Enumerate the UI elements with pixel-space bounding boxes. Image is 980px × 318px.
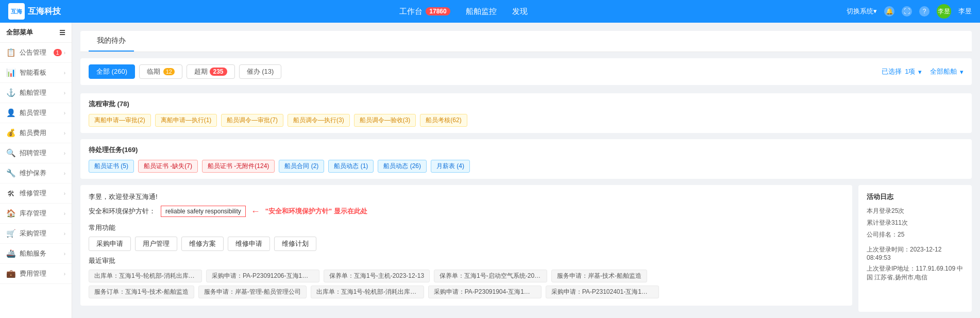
pending-tasks-section: 待处理任务(169) 船员证书 (5)船员证书 -缺失(7)船员证书 -无附件(… <box>80 139 972 179</box>
sidebar-item-9[interactable]: 🛒 采购管理 › <box>0 224 72 244</box>
sidebar-arrow-2: › <box>64 90 65 96</box>
sidebar-label-1: 智能看板 <box>20 68 64 77</box>
sidebar-item-11[interactable]: 💼 费用管理 › <box>0 264 72 284</box>
pending-tag-5[interactable]: 船员动态 (26) <box>378 160 427 173</box>
activity-row-4: 上次登录时间：2023-12-12 08:49:53 <box>867 245 964 261</box>
help-icon[interactable]: ? <box>919 6 930 16</box>
workbench-btn[interactable]: 工作台 17860 <box>399 7 450 16</box>
pending-tag-3[interactable]: 船员合同 (2) <box>279 160 324 173</box>
sidebar-label-2: 船舶管理 <box>20 88 64 97</box>
content-main: 李昱，欢迎登录互海通! 安全和环境保护方针： reliable safety r… <box>80 185 852 312</box>
sidebar-item-8[interactable]: 🏠 库存管理 › <box>0 204 72 224</box>
recent-tag-0-4[interactable]: 服务申请：岸基-技术-船舶监造 <box>551 270 647 282</box>
activity-row-2: 公司排名：25 <box>867 230 964 239</box>
sidebar-icon-7: 🛠 <box>6 189 15 198</box>
logo-icon: 互海 <box>11 8 22 15</box>
pending-tasks-tags: 船员证书 (5)船员证书 -缺失(7)船员证书 -无附件(124)船员合同 (2… <box>89 160 964 173</box>
filter-all-count: 260 <box>114 68 125 75</box>
func-btn-3[interactable]: 维修申请 <box>228 237 270 251</box>
pending-tasks-title: 待处理任务(169) <box>89 145 964 155</box>
sidebar-label-8: 库存管理 <box>20 209 64 218</box>
activity-row-5: 上次登录IP地址：117.91.69.109 中国 江苏省,扬州市,电信 <box>867 264 964 282</box>
process-tag-3[interactable]: 船员调令—执行(3) <box>288 114 350 127</box>
switch-system-btn[interactable]: 切换系统▾ <box>847 7 877 16</box>
sidebar-item-6[interactable]: 🔧 维护保养 › <box>0 163 72 183</box>
logo: 互海 互海科技 <box>8 3 80 20</box>
sidebar-item-3[interactable]: 👤 船员管理 › <box>0 103 72 123</box>
filter-right: 已选择 1项 ▾ 全部船舶 ▾ <box>882 67 964 76</box>
filter-overdue-btn[interactable]: 临期 12 <box>139 64 182 79</box>
discover-btn[interactable]: 发现 <box>512 7 528 16</box>
selected-count[interactable]: 1项 <box>905 67 915 76</box>
safety-policy-label: 安全和环境保护方针： <box>89 207 156 216</box>
workbench-label: 工作台 <box>399 7 423 16</box>
sidebar-arrow-11: › <box>64 271 65 277</box>
filter-all-btn[interactable]: 全部 (260) <box>89 64 135 79</box>
process-tag-4[interactable]: 船员调令—验收(3) <box>354 114 416 127</box>
func-btn-4[interactable]: 维修计划 <box>274 237 316 251</box>
all-ship-label[interactable]: 全部船舶 <box>930 67 957 76</box>
activity-rows: 本月登录25次累计登录311次公司排名：25上次登录时间：2023-12-12 … <box>867 207 964 282</box>
red-annotation: "安全和环境保护方针" 显示在此处 <box>265 207 367 216</box>
sidebar-item-7[interactable]: 🛠 维修管理 › <box>0 183 72 204</box>
selected-label: 已选择 <box>882 67 902 76</box>
common-func-btns: 采购申请用户管理维修方案维修申请维修计划 <box>89 237 844 251</box>
sidebar-item-2[interactable]: ⚓ 船舶管理 › <box>0 83 72 103</box>
recent-tag-1-1[interactable]: 服务申请：岸基-管理-船员管理公司 <box>198 286 307 298</box>
recent-tag-0-2[interactable]: 保养单：互海1号-主机-2023-12-13 <box>324 270 430 282</box>
process-tag-0[interactable]: 离船申请—审批(2) <box>89 114 151 127</box>
activity-row-1: 累计登录311次 <box>867 219 964 227</box>
recent-tag-1-3[interactable]: 采购申请：PA-P23091904-互海1号-甲板... <box>428 286 542 298</box>
sidebar-arrow-1: › <box>64 70 65 76</box>
recent-tag-1-4[interactable]: 采购申请：PA-P23102401-互海1号-轮机... <box>546 286 659 298</box>
recent-tag-0-0[interactable]: 出库单：互海1号-轮机部-消耗出库-备件(2) <box>89 270 202 282</box>
pending-tag-6[interactable]: 月薪表 (4) <box>431 160 470 173</box>
sidebar-item-10[interactable]: 🚢 船舶服务 › <box>0 244 72 264</box>
activity-log-title: 活动日志 <box>867 192 964 202</box>
sidebar-collapse-icon[interactable]: ☰ <box>59 29 65 37</box>
sidebar-icon-1: 📊 <box>6 68 15 77</box>
page-tab-todo[interactable]: 我的待办 <box>89 31 134 52</box>
sidebar-icon-10: 🚢 <box>6 249 15 258</box>
filter-expired-btn[interactable]: 超期 235 <box>187 64 235 79</box>
func-btn-1[interactable]: 用户管理 <box>135 237 177 251</box>
sidebar-item-1[interactable]: 📊 智能看板 › <box>0 63 72 83</box>
fullscreen-icon[interactable]: ⛶ <box>902 6 912 16</box>
recent-tag-1-0[interactable]: 服务订单：互海1号-技术-船舶监造 <box>89 286 194 298</box>
recent-tag-0-1[interactable]: 采购申请：PA-P23091206-互海1号-轮机... <box>206 270 319 282</box>
sidebar-header: 全部菜单 ☰ <box>0 23 72 43</box>
chevron-down-icon[interactable]: ▾ <box>918 68 922 76</box>
process-tag-2[interactable]: 船员调令—审批(7) <box>221 114 283 127</box>
pending-tag-1[interactable]: 船员证书 -缺失(7) <box>138 160 198 173</box>
pending-tag-4[interactable]: 船员动态 (1) <box>328 160 374 173</box>
sidebar-item-0[interactable]: 📋 公告管理 1 › <box>0 43 72 63</box>
filter-bar: 全部 (260) 临期 12 超期 235 催办 (13) 已选择 1项 <box>80 58 972 85</box>
sidebar-label-0: 公告管理 <box>20 48 54 57</box>
sidebar-label-7: 维修管理 <box>20 189 64 198</box>
sidebar-item-4[interactable]: 💰 船员费用 › <box>0 123 72 143</box>
recent-tag-0-3[interactable]: 保养单：互海1号-启动空气系统-2023-12-0... <box>434 270 547 282</box>
pending-tag-0[interactable]: 船员证书 (5) <box>89 160 134 173</box>
recent-title: 最近审批 <box>89 256 844 265</box>
avatar[interactable]: 李昱 <box>937 4 951 19</box>
sidebar-label-11: 费用管理 <box>20 269 64 278</box>
sidebar-icon-4: 💰 <box>6 128 15 138</box>
recent-tag-1-2[interactable]: 出库单：互海1号-轮机部-消耗出库-备件(2) <box>311 286 424 298</box>
process-approve-tags: 离船申请—审批(2)离船申请—执行(1)船员调令—审批(7)船员调令—执行(3)… <box>89 114 964 127</box>
filter-left: 全部 (260) 临期 12 超期 235 催办 (13) <box>89 64 281 79</box>
ship-monitor-btn[interactable]: 船舶监控 <box>466 7 497 16</box>
filter-urgent-btn[interactable]: 催办 (13) <box>239 64 282 79</box>
bell-icon[interactable]: 🔔 <box>884 6 894 16</box>
func-btn-2[interactable]: 维修方案 <box>181 237 224 251</box>
sidebar-icon-8: 🏠 <box>6 209 15 218</box>
pending-tag-2[interactable]: 船员证书 -无附件(124) <box>202 160 275 173</box>
process-approve-title: 流程审批 (78) <box>89 99 964 109</box>
process-tag-5[interactable]: 船员考核(62) <box>420 114 467 127</box>
sidebar-item-5[interactable]: 🔍 招聘管理 › <box>0 143 72 163</box>
activity-log: 活动日志 本月登录25次累计登录311次公司排名：25上次登录时间：2023-1… <box>858 185 972 312</box>
welcome-section: 李昱，欢迎登录互海通! 安全和环境保护方针： reliable safety r… <box>80 185 852 306</box>
sidebar-arrow-4: › <box>64 130 65 136</box>
chevron-down-icon2[interactable]: ▾ <box>960 68 964 76</box>
process-tag-1[interactable]: 离船申请—执行(1) <box>155 114 217 127</box>
func-btn-0[interactable]: 采购申请 <box>89 237 131 251</box>
